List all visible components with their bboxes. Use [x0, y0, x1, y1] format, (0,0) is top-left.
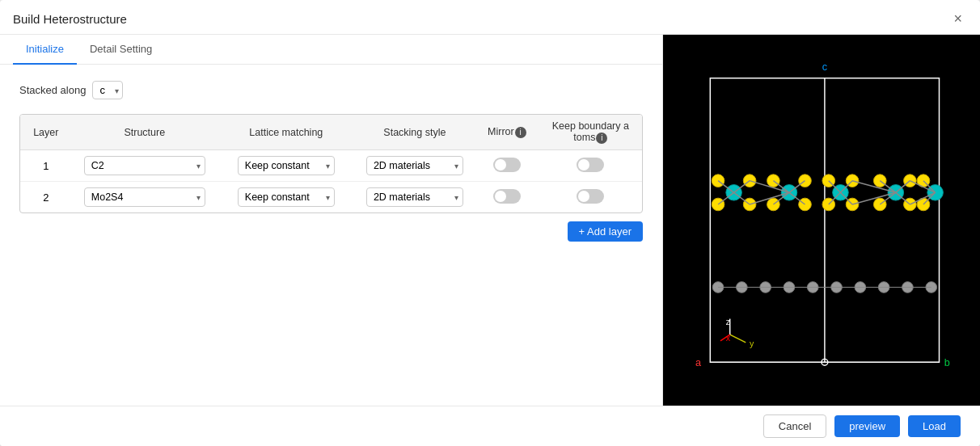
svg-point-16: [767, 175, 780, 187]
dialog-footer: Cancel preview Load: [0, 406, 980, 446]
build-heterostructure-dialog: Build Heterostructure × Initialize Detai…: [0, 0, 980, 446]
structure-select-wrapper-2: C2 Mo2S4: [84, 187, 205, 207]
add-layer-row: + Add layer: [19, 221, 643, 242]
cell-boundary-2: [539, 182, 642, 213]
boundary-slider-2: [577, 189, 604, 204]
cell-lattice-1: Keep constant Optimize: [218, 150, 355, 182]
cell-lattice-2: Keep constant Optimize: [218, 182, 355, 213]
stacked-along-select[interactable]: c a b: [92, 81, 123, 99]
tab-detail-setting[interactable]: Detail Setting: [77, 35, 165, 65]
initialize-panel: Stacked along c a b Layer: [0, 65, 662, 406]
table-header-row: Layer Structure Lattice matching Stackin…: [20, 115, 642, 150]
svg-point-10: [712, 198, 724, 211]
stacked-along-select-wrapper: c a b: [92, 81, 123, 99]
dialog-title: Build Heterostructure: [13, 12, 127, 26]
stacking-select-wrapper-2: 2D materials 3D bulk: [366, 187, 463, 207]
lattice-select-2[interactable]: Keep constant Optimize: [238, 187, 335, 207]
col-lattice-matching: Lattice matching: [218, 115, 355, 150]
mirror-info-icon[interactable]: i: [515, 127, 526, 138]
left-panel: Initialize Detail Setting Stacked along …: [0, 35, 663, 406]
boundary-info-icon[interactable]: i: [596, 133, 607, 144]
col-boundary: Keep boundary atomsi: [539, 115, 642, 150]
layers-table-container: Layer Structure Lattice matching Stackin…: [19, 114, 643, 213]
add-layer-button[interactable]: + Add layer: [568, 221, 643, 242]
stacking-select-1[interactable]: 2D materials 3D bulk: [366, 156, 463, 175]
cell-boundary-1: [539, 150, 642, 182]
stacked-along-row: Stacked along c a b: [19, 81, 643, 99]
crystal-visualization-panel: c a b x y z: [663, 35, 980, 406]
crystal-svg: c a b x y z: [663, 35, 980, 406]
layers-table: Layer Structure Lattice matching Stackin…: [20, 115, 642, 212]
load-button[interactable]: Load: [908, 415, 961, 437]
svg-rect-0: [667, 35, 977, 406]
lattice-select-1[interactable]: Keep constant Optimize: [238, 156, 335, 175]
col-layer: Layer: [20, 115, 72, 150]
structure-select-1[interactable]: C2 Mo2S4: [84, 156, 205, 175]
boundary-slider-1: [577, 158, 604, 172]
col-stacking-style: Stacking style: [355, 115, 475, 150]
structure-select-2[interactable]: C2 Mo2S4: [84, 187, 205, 207]
cancel-button[interactable]: Cancel: [763, 414, 826, 438]
table-row: 2 C2 Mo2S4: [20, 182, 642, 213]
cell-mirror-1: [475, 150, 539, 182]
dialog-header: Build Heterostructure ×: [0, 0, 980, 35]
stacking-select-2[interactable]: 2D materials 3D bulk: [366, 187, 463, 207]
mirror-slider-1: [493, 158, 521, 172]
mirror-toggle-1[interactable]: [493, 158, 521, 172]
lattice-select-wrapper-2: Keep constant Optimize: [238, 187, 335, 207]
cell-stacking-2: 2D materials 3D bulk: [355, 182, 475, 213]
svg-point-12: [767, 198, 780, 211]
col-mirror: Mirrori: [475, 115, 539, 150]
structure-select-wrapper-1: C2 Mo2S4: [84, 156, 205, 175]
stacking-select-wrapper-1: 2D materials 3D bulk: [366, 156, 463, 175]
stacked-along-label: Stacked along: [19, 84, 86, 96]
mirror-toggle-2[interactable]: [493, 189, 521, 204]
a-axis-label: a: [695, 357, 702, 368]
boundary-toggle-2[interactable]: [577, 189, 604, 204]
tab-initialize[interactable]: Initialize: [13, 35, 77, 65]
svg-point-14: [712, 175, 724, 187]
svg-point-33: [873, 198, 886, 211]
svg-point-38: [873, 175, 886, 187]
cell-stacking-1: 2D materials 3D bulk: [355, 150, 475, 182]
mirror-slider-2: [493, 189, 521, 204]
cell-mirror-2: [475, 182, 539, 213]
cell-structure-2: C2 Mo2S4: [72, 182, 218, 213]
lattice-select-wrapper-1: Keep constant Optimize: [238, 156, 335, 175]
boundary-toggle-1[interactable]: [577, 158, 604, 172]
close-button[interactable]: ×: [948, 10, 967, 27]
dialog-body: Initialize Detail Setting Stacked along …: [0, 35, 980, 406]
c-axis-label: c: [822, 61, 828, 73]
col-structure: Structure: [72, 115, 218, 150]
tabs-bar: Initialize Detail Setting: [0, 35, 662, 65]
cell-layer-2: 2: [20, 182, 72, 213]
cell-structure-1: C2 Mo2S4: [72, 150, 218, 182]
table-row: 1 C2 Mo2S4: [20, 150, 642, 182]
preview-button[interactable]: preview: [834, 415, 900, 437]
cell-layer-1: 1: [20, 150, 72, 182]
b-axis-label: b: [944, 357, 950, 368]
y-axis-label: y: [750, 339, 754, 348]
